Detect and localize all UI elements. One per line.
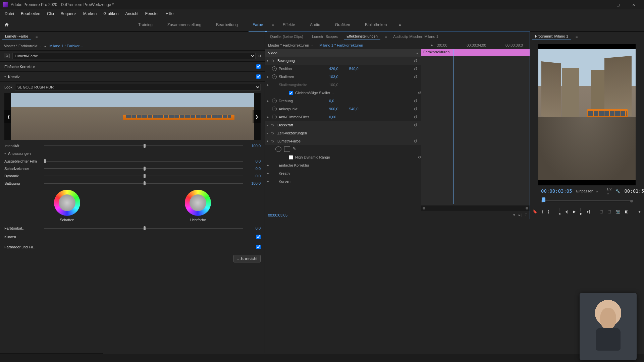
home-icon[interactable] (0, 22, 13, 27)
menu-marken[interactable]: Marken (80, 10, 100, 17)
lumetri-sequence[interactable]: Milano 1 * Farbkor… (49, 44, 83, 48)
menu-sequenz[interactable]: Sequenz (57, 10, 80, 17)
workspace-training[interactable]: Training (131, 22, 160, 27)
menu-hilfe[interactable]: Hilfe (162, 10, 177, 17)
reset-icon[interactable]: ↺ (414, 106, 419, 112)
program-video-preview[interactable] (538, 44, 636, 185)
position-y[interactable]: 540,0 (349, 67, 369, 71)
stopwatch-icon[interactable] (272, 107, 277, 111)
program-tab[interactable]: Programm: Milano 1 (532, 33, 571, 40)
program-timecode-in[interactable]: 00:00:03:05 (541, 188, 572, 194)
reset-icon[interactable]: ↺ (414, 74, 419, 79)
reset-icon[interactable]: ↺ (414, 98, 419, 104)
menu-ansicht[interactable]: Ansicht (122, 10, 142, 17)
intensity-slider[interactable] (44, 145, 243, 146)
add-marker-button[interactable]: 🔖 (533, 207, 537, 216)
button-editor-icon[interactable]: ＋ (638, 207, 641, 216)
program-scrubber[interactable] (541, 197, 633, 204)
lumetri-creative-row[interactable]: ▸ Kreativ (265, 169, 421, 177)
step-icon[interactable]: ▸| (519, 213, 522, 217)
menu-bearbeiten[interactable]: Bearbeiten (17, 10, 44, 17)
panel-menu-icon[interactable]: ≡ (385, 35, 387, 39)
twirl-icon[interactable]: ▸ (267, 115, 272, 119)
stopwatch-icon[interactable] (272, 66, 277, 71)
saturation-slider[interactable] (44, 183, 243, 184)
export-icon[interactable]: ⤴ (525, 213, 527, 217)
workspace-effects[interactable]: Effekte (275, 22, 303, 27)
workspace-graphics[interactable]: Grafiken (328, 22, 358, 27)
ec-sequence-clip[interactable]: Milano 1 * Farbkorrekturen (319, 43, 363, 47)
twirl-icon[interactable]: ▸ (267, 83, 272, 86)
collapse-icon[interactable]: ▴ (416, 51, 418, 55)
tab-audio-mixer[interactable]: Audioclip-Mischer: Milano 1 (390, 33, 441, 40)
lumetri-wheels-section[interactable]: Farbräder und Fa… (0, 242, 265, 252)
curves-toggle[interactable] (256, 235, 261, 239)
stopwatch-icon[interactable] (272, 115, 277, 119)
menu-grafiken[interactable]: Grafiken (100, 10, 122, 17)
twirl-icon[interactable]: ▸ (267, 180, 272, 183)
faded-film-slider[interactable] (44, 161, 243, 162)
stopwatch-icon[interactable] (272, 99, 277, 103)
panel-menu-icon[interactable]: ≡ (576, 35, 578, 39)
faded-film-value[interactable]: 0,0 (246, 159, 261, 163)
intensity-value[interactable]: 100,0 (246, 144, 261, 148)
ec-clip-bar[interactable]: Farbkorrekturen (421, 49, 530, 56)
highlight-tint-wheel[interactable]: Lichtfarbe (183, 190, 213, 222)
hdr-checkbox[interactable] (289, 155, 293, 160)
twirl-icon[interactable]: ▸ (267, 131, 271, 135)
fx-lumetri-header[interactable]: ▾fx Lumetri-Farbe ↺ (265, 137, 421, 145)
workspace-audio[interactable]: Audio (303, 22, 328, 27)
twirl-icon[interactable]: ▾ (267, 139, 271, 143)
ec-master-clip[interactable]: Master * Farbkorrekturen (268, 43, 309, 47)
reset-icon[interactable]: ↺ (414, 58, 419, 63)
step-back-button[interactable]: ◂| (565, 207, 568, 216)
lumetri-basic-row[interactable]: ▸ Einfache Korrektur (265, 161, 421, 169)
tab-source[interactable]: Quelle: (keine Clips) (267, 33, 306, 40)
uniform-scale-checkbox[interactable] (289, 91, 293, 95)
wrench-icon[interactable]: 🔧 (615, 189, 620, 193)
go-to-out-button[interactable]: ▸| (587, 207, 590, 216)
video-section-header[interactable]: Video ▴ (265, 49, 421, 57)
anchor-y[interactable]: 540,0 (349, 107, 369, 111)
maximize-button[interactable]: ▢ (610, 0, 626, 9)
menu-clip[interactable]: Clip (44, 10, 57, 17)
ec-playhead[interactable] (453, 49, 453, 204)
go-to-in-button[interactable]: |◂ (558, 207, 560, 216)
resolution-dropdown[interactable]: 1/2 ⌄ (606, 187, 611, 195)
tab-effect-controls[interactable]: Effekteinstellungen (344, 33, 380, 40)
look-next-button[interactable]: ❯ (253, 110, 261, 123)
vibrance-slider[interactable] (44, 176, 243, 176)
reset-icon[interactable]: ↺ (418, 155, 421, 160)
stopwatch-icon[interactable] (272, 74, 277, 79)
chevron-down-icon[interactable]: ⌄ (44, 44, 47, 48)
menu-datei[interactable]: Datei (1, 10, 17, 17)
workspace-menu-icon[interactable]: ≡ (272, 23, 274, 27)
shadow-tint-wheel[interactable]: Schatten (52, 190, 82, 222)
saturation-value[interactable]: 100,0 (246, 181, 261, 185)
basic-correction-toggle[interactable] (256, 64, 261, 69)
adjustments-header[interactable]: ▾ Anpassungen (0, 149, 265, 158)
reset-icon[interactable]: ↺ (258, 54, 261, 58)
ellipse-mask-button[interactable] (275, 146, 281, 152)
wheels-toggle[interactable] (256, 245, 261, 249)
close-button[interactable]: ✕ (626, 0, 641, 9)
comparison-view-button[interactable]: ◧ (625, 207, 628, 216)
sharpen-value[interactable]: 0,0 (246, 167, 261, 171)
reset-icon[interactable]: ↺ (418, 91, 421, 95)
menu-fenster[interactable]: Fenster (142, 10, 162, 17)
ec-zoom-bar[interactable] (421, 205, 530, 211)
creative-toggle[interactable] (256, 74, 261, 79)
lift-button[interactable]: ⬚ (599, 207, 603, 216)
lumetri-effect-select[interactable]: Lumetri-Farbe (12, 53, 256, 59)
twirl-icon[interactable]: ▸ (267, 99, 272, 103)
extract-button[interactable]: ⬚ (607, 207, 611, 216)
tint-balance-slider[interactable] (44, 228, 243, 229)
lumetri-curves-section[interactable]: Kurven (0, 232, 265, 242)
workspace-editing[interactable]: Bearbeitung (209, 22, 245, 27)
play-button[interactable]: ▶ (573, 207, 576, 216)
workspace-assembly[interactable]: Zusammenstellung (160, 22, 209, 27)
sharpen-slider[interactable] (44, 168, 243, 169)
step-forward-button[interactable]: |▸ (580, 207, 582, 216)
workspace-color[interactable]: Farbe (245, 22, 270, 27)
look-select[interactable]: SL GOLD RUSH HDR (15, 84, 261, 90)
